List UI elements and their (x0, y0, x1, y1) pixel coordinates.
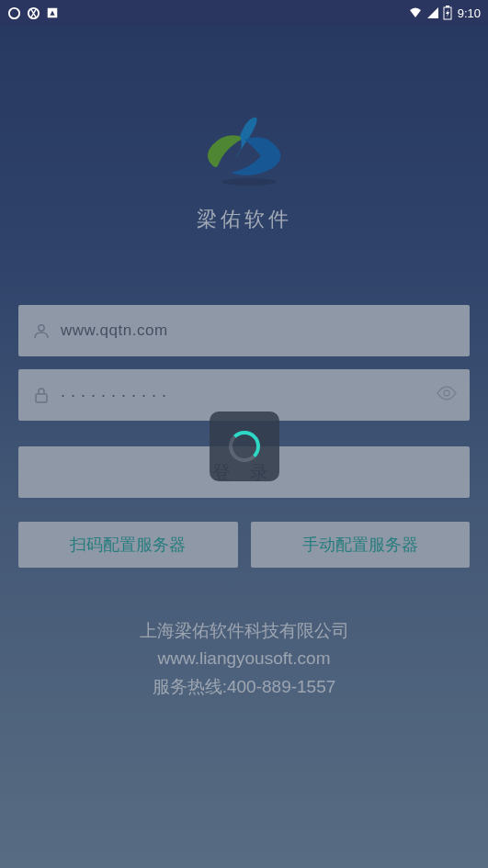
svg-rect-7 (36, 394, 47, 402)
status-icon-circle (7, 6, 21, 20)
svg-rect-4 (446, 6, 449, 7)
status-icon-square (46, 6, 59, 19)
svg-point-6 (39, 325, 44, 331)
username-input[interactable] (61, 321, 457, 340)
user-icon (31, 321, 51, 341)
status-time: 9:10 (458, 6, 481, 20)
scan-config-button[interactable]: 扫码配置服务器 (18, 522, 238, 568)
eye-icon[interactable] (437, 386, 457, 404)
footer: 上海梁佑软件科技有限公司 www.liangyousoft.com 服务热线:4… (18, 617, 470, 701)
battery-icon (443, 6, 452, 20)
footer-hotline: 服务热线:400-889-1557 (18, 673, 470, 701)
footer-company: 上海梁佑软件科技有限公司 (18, 617, 470, 645)
svg-point-8 (444, 390, 449, 396)
manual-config-button[interactable]: 手动配置服务器 (251, 522, 471, 568)
status-icon-aperture (27, 6, 40, 20)
footer-website: www.liangyousoft.com (18, 645, 470, 672)
app-name: 梁佑软件 (197, 206, 292, 233)
wifi-icon (408, 6, 423, 19)
svg-point-5 (221, 178, 277, 186)
username-field[interactable] (18, 305, 470, 356)
app-logo (199, 110, 290, 189)
signal-icon (426, 6, 439, 19)
lock-icon (31, 385, 51, 405)
status-bar: 9:10 (0, 0, 488, 26)
password-input[interactable] (61, 386, 457, 405)
loading-spinner (210, 411, 279, 481)
svg-point-0 (9, 7, 19, 17)
